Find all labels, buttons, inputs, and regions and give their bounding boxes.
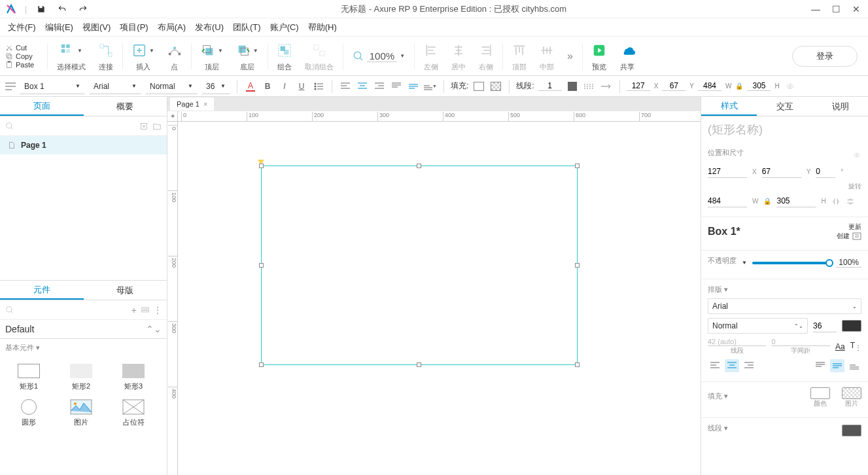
visibility-icon[interactable] — [784, 80, 797, 93]
text-case-icon[interactable]: Aa — [835, 342, 845, 351]
share-button[interactable]: 共享 — [613, 40, 642, 72]
y-input[interactable] — [662, 81, 686, 91]
style-manage-icon[interactable] — [852, 232, 861, 240]
ruler-horizontal[interactable]: 0 100 200 300 400 500 600 700 — [178, 111, 701, 122]
elem-rect3[interactable]: 矩形3 — [107, 359, 160, 395]
selected-shape[interactable] — [261, 166, 578, 365]
zoom-control[interactable]: 100%▼ — [346, 46, 411, 67]
flip-v-icon[interactable] — [846, 197, 855, 206]
font-select[interactable]: Arial▼ — [89, 79, 141, 94]
page-item-page1[interactable]: Page 1 — [0, 136, 167, 154]
text-color-swatch[interactable] — [842, 320, 861, 332]
menu-help[interactable]: 帮助(H) — [308, 22, 337, 33]
menu-account[interactable]: 账户(C) — [270, 22, 299, 33]
canvas-content[interactable] — [178, 122, 701, 475]
save-button[interactable] — [33, 1, 49, 17]
insert-button[interactable]: ▼ 插入 — [126, 40, 161, 72]
undo-button[interactable] — [54, 1, 70, 17]
send-back-button[interactable]: ▼ 底层 — [230, 40, 265, 72]
fill-color-button[interactable] — [472, 80, 485, 93]
select-mode-button[interactable]: ▼ 选择模式 — [50, 40, 92, 72]
handle-se[interactable] — [575, 362, 580, 367]
elem-rect1[interactable]: 矩形1 — [3, 359, 55, 395]
ruler-corner[interactable]: ✦ — [167, 111, 178, 122]
library-category-select[interactable]: Default⌃⌄ — [0, 320, 167, 339]
insp-valign-top[interactable] — [813, 359, 827, 372]
lock-icon[interactable]: 🔒 — [735, 82, 743, 90]
w-input[interactable] — [698, 81, 721, 91]
opacity-slider[interactable] — [752, 262, 831, 264]
insp-align-center[interactable] — [725, 359, 739, 372]
elements-search-input[interactable] — [18, 306, 128, 315]
menu-layout[interactable]: 布局(A) — [158, 22, 186, 33]
font-size-select[interactable]: 36▼ — [201, 79, 230, 94]
tab-pages[interactable]: 页面 — [0, 97, 84, 116]
bring-front-button[interactable]: ▼ 顶层 — [194, 40, 230, 72]
tab-masters[interactable]: 母版 — [84, 281, 167, 300]
menu-edit[interactable]: 编辑(E) — [45, 22, 73, 33]
elem-rect2[interactable]: 矩形2 — [55, 359, 107, 395]
minimize-button[interactable]: — — [811, 4, 820, 14]
shape-name-input[interactable]: (矩形名称) — [701, 116, 868, 143]
elem-placeholder[interactable]: 占位符 — [107, 395, 160, 431]
line-style-button[interactable] — [583, 80, 596, 93]
insp-valign-bottom[interactable] — [847, 359, 861, 372]
underline-button[interactable]: U — [295, 80, 308, 93]
visibility-toggle-icon[interactable] — [852, 152, 861, 158]
insp-x-input[interactable] — [708, 166, 747, 178]
canvas-tab-page1[interactable]: Page 1× — [170, 97, 214, 111]
insp-rot-input[interactable] — [816, 166, 835, 178]
group-button[interactable]: 组合 — [271, 40, 298, 72]
login-button[interactable]: 登录 — [792, 46, 858, 67]
insp-y-input[interactable] — [762, 166, 801, 178]
menu-publish[interactable]: 发布(U) — [195, 22, 224, 33]
h-input[interactable] — [747, 81, 771, 91]
add-library-icon[interactable]: + — [131, 305, 137, 315]
close-button[interactable]: ✕ — [852, 4, 860, 14]
cut-button[interactable]: Cut — [5, 44, 44, 52]
point-button[interactable]: 点 — [161, 40, 188, 72]
handle-ne[interactable] — [575, 164, 580, 168]
pages-search-input[interactable] — [18, 122, 135, 131]
tab-interactions[interactable]: 交互 — [757, 97, 812, 116]
fill-image-button[interactable] — [489, 80, 502, 93]
handle-sw[interactable] — [259, 362, 264, 367]
add-folder-icon[interactable] — [152, 122, 162, 131]
menu-file[interactable]: 文件(F) — [8, 22, 36, 33]
tab-style[interactable]: 样式 — [701, 97, 757, 116]
valign-top[interactable] — [390, 80, 403, 93]
insp-font-select[interactable]: Arial⌄ — [708, 298, 861, 314]
handle-n[interactable] — [417, 164, 421, 168]
handle-w[interactable] — [259, 263, 264, 268]
line-color-swatch[interactable] — [842, 425, 861, 436]
more-tools-button[interactable]: » — [561, 46, 580, 67]
fill-color-swatch[interactable] — [810, 387, 830, 399]
insp-align-left[interactable] — [708, 359, 722, 372]
insp-align-right[interactable] — [742, 359, 756, 372]
create-style-link[interactable]: 创建 — [837, 232, 850, 241]
shape-type-select[interactable]: Box 1▼ — [20, 79, 85, 94]
menu-project[interactable]: 项目(P) — [120, 22, 148, 33]
more-icon[interactable]: ⋮ — [154, 306, 162, 315]
tab-notes[interactable]: 说明 — [812, 97, 868, 116]
handle-s[interactable] — [417, 362, 421, 367]
elem-image[interactable]: 图片 — [55, 395, 107, 431]
insp-w-input[interactable] — [708, 195, 747, 207]
preview-button[interactable]: 预览 — [585, 40, 613, 72]
maximize-button[interactable]: ☐ — [832, 4, 841, 14]
insp-valign-middle[interactable] — [830, 359, 844, 372]
handle-nw[interactable] — [259, 164, 264, 168]
line-color-button[interactable] — [566, 80, 579, 93]
paste-button[interactable]: Paste — [5, 61, 44, 69]
handle-e[interactable] — [575, 263, 580, 268]
menu-view[interactable]: 视图(V) — [82, 22, 111, 33]
bullet-list-button[interactable] — [312, 80, 325, 93]
x-input[interactable] — [627, 81, 650, 91]
menu-team[interactable]: 团队(T) — [233, 22, 261, 33]
redo-button[interactable] — [75, 1, 91, 17]
valign-bottom[interactable]: ▼ — [424, 80, 437, 93]
align-right-text[interactable] — [373, 80, 386, 93]
text-color-button[interactable]: A — [244, 80, 257, 93]
italic-button[interactable]: I — [278, 80, 291, 93]
valign-middle[interactable] — [407, 80, 420, 93]
